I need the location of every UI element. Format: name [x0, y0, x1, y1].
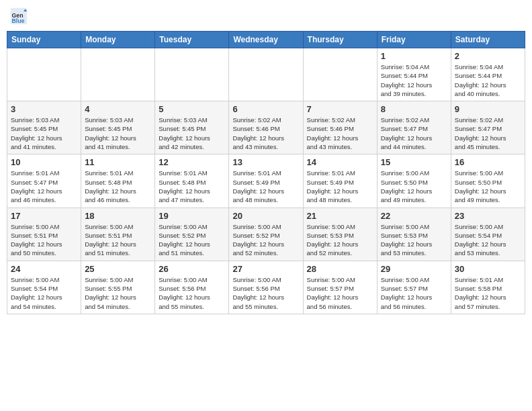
- day-number: 11: [85, 157, 151, 167]
- day-info: Sunrise: 5:00 AM Sunset: 5:55 PM Dayligh…: [85, 275, 151, 311]
- calendar-cell: 16Sunrise: 5:00 AM Sunset: 5:50 PM Dayli…: [451, 154, 525, 208]
- calendar-cell: 25Sunrise: 5:00 AM Sunset: 5:55 PM Dayli…: [81, 261, 155, 314]
- day-info: Sunrise: 5:03 AM Sunset: 5:45 PM Dayligh…: [85, 116, 151, 151]
- calendar-cell: [81, 48, 155, 101]
- column-header-monday: Monday: [81, 32, 155, 48]
- day-number: 8: [381, 104, 447, 114]
- day-info: Sunrise: 5:00 AM Sunset: 5:57 PM Dayligh…: [381, 275, 447, 311]
- column-header-wednesday: Wednesday: [229, 32, 303, 48]
- calendar-cell: 9Sunrise: 5:02 AM Sunset: 5:47 PM Daylig…: [451, 101, 525, 154]
- day-number: 30: [455, 264, 521, 274]
- day-number: 27: [232, 264, 299, 274]
- day-info: Sunrise: 5:00 AM Sunset: 5:54 PM Dayligh…: [11, 275, 77, 311]
- column-header-thursday: Thursday: [303, 32, 377, 48]
- calendar-cell: 30Sunrise: 5:01 AM Sunset: 5:58 PM Dayli…: [451, 261, 525, 314]
- day-info: Sunrise: 5:00 AM Sunset: 5:57 PM Dayligh…: [307, 275, 373, 311]
- day-info: Sunrise: 5:02 AM Sunset: 5:46 PM Dayligh…: [232, 116, 299, 151]
- column-header-saturday: Saturday: [451, 32, 525, 48]
- calendar-cell: 11Sunrise: 5:01 AM Sunset: 5:48 PM Dayli…: [81, 154, 155, 208]
- calendar-cell: 18Sunrise: 5:00 AM Sunset: 5:51 PM Dayli…: [81, 208, 155, 261]
- day-number: 1: [381, 51, 447, 61]
- day-number: 18: [85, 211, 151, 221]
- day-number: 6: [232, 104, 299, 114]
- column-header-sunday: Sunday: [7, 32, 81, 48]
- column-header-tuesday: Tuesday: [155, 32, 229, 48]
- logo: Gen Blue: [9, 7, 31, 26]
- day-number: 21: [307, 211, 373, 221]
- day-info: Sunrise: 5:00 AM Sunset: 5:52 PM Dayligh…: [159, 222, 225, 258]
- day-number: 10: [11, 157, 77, 167]
- day-info: Sunrise: 5:02 AM Sunset: 5:47 PM Dayligh…: [455, 116, 521, 151]
- calendar-cell: 21Sunrise: 5:00 AM Sunset: 5:53 PM Dayli…: [303, 208, 377, 261]
- calendar-cell: 28Sunrise: 5:00 AM Sunset: 5:57 PM Dayli…: [303, 261, 377, 314]
- day-info: Sunrise: 5:04 AM Sunset: 5:44 PM Dayligh…: [455, 62, 521, 98]
- day-info: Sunrise: 5:00 AM Sunset: 5:56 PM Dayligh…: [232, 275, 299, 311]
- calendar-cell: 3Sunrise: 5:03 AM Sunset: 5:45 PM Daylig…: [7, 101, 81, 154]
- calendar-week-row: 10Sunrise: 5:01 AM Sunset: 5:47 PM Dayli…: [7, 154, 525, 208]
- svg-text:Blue: Blue: [12, 17, 25, 24]
- day-number: 26: [159, 264, 225, 274]
- calendar-cell: 20Sunrise: 5:00 AM Sunset: 5:52 PM Dayli…: [229, 208, 303, 261]
- page-header: Gen Blue: [7, 7, 525, 26]
- calendar-cell: 13Sunrise: 5:01 AM Sunset: 5:49 PM Dayli…: [229, 154, 303, 208]
- calendar-cell: 15Sunrise: 5:00 AM Sunset: 5:50 PM Dayli…: [377, 154, 451, 208]
- day-number: 12: [159, 157, 225, 167]
- day-number: 19: [159, 211, 225, 221]
- calendar-cell: 29Sunrise: 5:00 AM Sunset: 5:57 PM Dayli…: [377, 261, 451, 314]
- calendar-cell: 24Sunrise: 5:00 AM Sunset: 5:54 PM Dayli…: [7, 261, 81, 314]
- logo-icon: Gen Blue: [9, 7, 28, 26]
- day-number: 7: [307, 104, 373, 114]
- calendar-cell: 5Sunrise: 5:03 AM Sunset: 5:45 PM Daylig…: [155, 101, 229, 154]
- day-number: 28: [307, 264, 373, 274]
- day-info: Sunrise: 5:02 AM Sunset: 5:47 PM Dayligh…: [381, 116, 447, 151]
- day-info: Sunrise: 5:00 AM Sunset: 5:51 PM Dayligh…: [11, 222, 77, 258]
- calendar-cell: 6Sunrise: 5:02 AM Sunset: 5:46 PM Daylig…: [229, 101, 303, 154]
- day-info: Sunrise: 5:00 AM Sunset: 5:53 PM Dayligh…: [381, 222, 447, 258]
- day-info: Sunrise: 5:01 AM Sunset: 5:47 PM Dayligh…: [11, 169, 77, 204]
- day-info: Sunrise: 5:00 AM Sunset: 5:51 PM Dayligh…: [85, 222, 151, 258]
- day-number: 9: [455, 104, 521, 114]
- calendar-cell: [155, 48, 229, 101]
- calendar-table: SundayMondayTuesdayWednesdayThursdayFrid…: [7, 31, 525, 314]
- day-number: 3: [11, 104, 77, 114]
- calendar-cell: 4Sunrise: 5:03 AM Sunset: 5:45 PM Daylig…: [81, 101, 155, 154]
- calendar-header-row: SundayMondayTuesdayWednesdayThursdayFrid…: [7, 32, 525, 48]
- day-number: 23: [455, 211, 521, 221]
- day-info: Sunrise: 5:00 AM Sunset: 5:50 PM Dayligh…: [455, 169, 521, 204]
- day-number: 2: [455, 51, 521, 61]
- day-number: 4: [85, 104, 151, 114]
- calendar-cell: 1Sunrise: 5:04 AM Sunset: 5:44 PM Daylig…: [377, 48, 451, 101]
- day-info: Sunrise: 5:01 AM Sunset: 5:58 PM Dayligh…: [455, 275, 521, 311]
- day-info: Sunrise: 5:02 AM Sunset: 5:46 PM Dayligh…: [307, 116, 373, 151]
- calendar-cell: 27Sunrise: 5:00 AM Sunset: 5:56 PM Dayli…: [229, 261, 303, 314]
- calendar-cell: 26Sunrise: 5:00 AM Sunset: 5:56 PM Dayli…: [155, 261, 229, 314]
- day-number: 16: [455, 157, 521, 167]
- day-info: Sunrise: 5:01 AM Sunset: 5:48 PM Dayligh…: [159, 169, 225, 204]
- day-info: Sunrise: 5:01 AM Sunset: 5:49 PM Dayligh…: [232, 169, 299, 204]
- calendar-cell: 7Sunrise: 5:02 AM Sunset: 5:46 PM Daylig…: [303, 101, 377, 154]
- day-number: 24: [11, 264, 77, 274]
- calendar-cell: 19Sunrise: 5:00 AM Sunset: 5:52 PM Dayli…: [155, 208, 229, 261]
- calendar-cell: 10Sunrise: 5:01 AM Sunset: 5:47 PM Dayli…: [7, 154, 81, 208]
- day-info: Sunrise: 5:00 AM Sunset: 5:53 PM Dayligh…: [307, 222, 373, 258]
- day-number: 15: [381, 157, 447, 167]
- day-info: Sunrise: 5:03 AM Sunset: 5:45 PM Dayligh…: [159, 116, 225, 151]
- day-number: 20: [232, 211, 299, 221]
- calendar-cell: 17Sunrise: 5:00 AM Sunset: 5:51 PM Dayli…: [7, 208, 81, 261]
- calendar-cell: [229, 48, 303, 101]
- calendar-cell: 2Sunrise: 5:04 AM Sunset: 5:44 PM Daylig…: [451, 48, 525, 101]
- calendar-cell: [7, 48, 81, 101]
- day-info: Sunrise: 5:00 AM Sunset: 5:56 PM Dayligh…: [159, 275, 225, 311]
- calendar-week-row: 17Sunrise: 5:00 AM Sunset: 5:51 PM Dayli…: [7, 208, 525, 261]
- day-info: Sunrise: 5:00 AM Sunset: 5:54 PM Dayligh…: [455, 222, 521, 258]
- day-info: Sunrise: 5:00 AM Sunset: 5:50 PM Dayligh…: [381, 169, 447, 204]
- column-header-friday: Friday: [377, 32, 451, 48]
- day-info: Sunrise: 5:01 AM Sunset: 5:48 PM Dayligh…: [85, 169, 151, 204]
- day-number: 17: [11, 211, 77, 221]
- calendar-cell: 12Sunrise: 5:01 AM Sunset: 5:48 PM Dayli…: [155, 154, 229, 208]
- day-number: 29: [381, 264, 447, 274]
- day-info: Sunrise: 5:00 AM Sunset: 5:52 PM Dayligh…: [232, 222, 299, 258]
- calendar-week-row: 24Sunrise: 5:00 AM Sunset: 5:54 PM Dayli…: [7, 261, 525, 314]
- day-info: Sunrise: 5:01 AM Sunset: 5:49 PM Dayligh…: [307, 169, 373, 204]
- day-info: Sunrise: 5:03 AM Sunset: 5:45 PM Dayligh…: [11, 116, 77, 151]
